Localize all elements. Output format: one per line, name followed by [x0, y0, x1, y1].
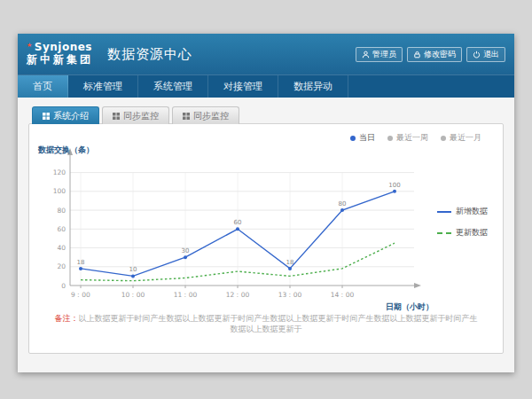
svg-text:18: 18: [286, 259, 294, 266]
admin-user-button[interactable]: 管理员: [356, 47, 403, 62]
svg-text:80: 80: [57, 207, 66, 215]
svg-text:100: 100: [53, 187, 66, 195]
legend-new-data: 新增数据: [437, 206, 496, 217]
grid-icon: [43, 113, 50, 120]
tab-system-intro[interactable]: 系统介绍: [32, 106, 99, 124]
nav-item-home[interactable]: 首页: [18, 75, 68, 98]
svg-text:日期（小时）: 日期（小时）: [386, 302, 434, 311]
nav-item-interface-mgmt[interactable]: 对接管理: [208, 75, 278, 98]
legend-dot-icon: [387, 136, 393, 141]
user-icon: [362, 51, 370, 59]
svg-text:60: 60: [234, 219, 242, 226]
svg-text:14：00: 14：00: [331, 291, 355, 299]
line-chart: 0204060801001209：0010：0011：0012：0013：001…: [36, 142, 435, 319]
svg-text:18: 18: [77, 259, 85, 266]
lock-icon: [413, 51, 421, 59]
solid-line-icon: [437, 211, 451, 213]
svg-text:13：00: 13：00: [278, 291, 302, 299]
grid-icon: [183, 113, 190, 120]
series-legend: 新增数据 更新数据: [437, 206, 496, 239]
nav-item-system-mgmt[interactable]: 系统管理: [138, 75, 208, 98]
period-last-month[interactable]: 最近一月: [441, 132, 481, 144]
power-icon: [473, 51, 481, 59]
svg-text:60: 60: [57, 225, 66, 233]
chart-panel: 当日 最近一周 最近一月 0204060801001209：0010：0011：…: [28, 123, 504, 354]
legend-update-data: 更新数据: [437, 227, 496, 239]
svg-text:120: 120: [53, 168, 66, 176]
logout-button[interactable]: 退出: [466, 47, 505, 62]
logo: ★Synjones 新中新集团: [27, 42, 93, 66]
svg-text:20: 20: [57, 262, 66, 270]
app-window: ★Synjones 新中新集团 数据资源中心 管理员 修改密码 退出 首页 标准…: [18, 34, 514, 372]
svg-text:11：00: 11：00: [174, 291, 198, 299]
header-actions: 管理员 修改密码 退出: [356, 47, 505, 62]
svg-text:100: 100: [388, 182, 400, 189]
logo-wordmark: ★Synjones: [27, 42, 93, 54]
logo-star-icon: ★: [27, 42, 33, 49]
svg-text:数据交换（条）: 数据交换（条）: [37, 145, 94, 154]
main-content: 系统介绍 同步监控 同步监控 当日 最近一周: [18, 98, 514, 354]
tab-sync-monitor-1[interactable]: 同步监控: [102, 106, 169, 124]
svg-text:9：00: 9：00: [71, 291, 90, 299]
grid-icon: [113, 113, 120, 120]
footnote-label: 备注：: [55, 314, 79, 323]
main-nav: 首页 标准管理 系统管理 对接管理 数据异动: [18, 74, 514, 98]
svg-text:40: 40: [57, 244, 66, 252]
app-header: ★Synjones 新中新集团 数据资源中心 管理员 修改密码 退出: [18, 34, 514, 74]
footnote-text: 以上数据更新于时间产生数据以上数据更新于时间产生数据以上数据更新于时间产生数据以…: [79, 314, 478, 334]
svg-text:30: 30: [182, 247, 190, 254]
svg-text:10：00: 10：00: [121, 291, 145, 299]
svg-text:0: 0: [61, 282, 66, 290]
legend-dot-icon: [350, 136, 356, 141]
nav-item-standard-mgmt[interactable]: 标准管理: [68, 75, 138, 98]
footnote: 备注：以上数据更新于时间产生数据以上数据更新于时间产生数据以上数据更新于时间产生…: [29, 313, 503, 335]
logo-company-name: 新中新集团: [27, 54, 93, 66]
tab-sync-monitor-2[interactable]: 同步监控: [172, 106, 239, 124]
svg-text:10: 10: [129, 266, 137, 273]
dashed-line-icon: [437, 232, 451, 234]
change-password-button[interactable]: 修改密码: [407, 47, 462, 62]
svg-text:12：00: 12：00: [226, 291, 250, 299]
tab-bar: 系统介绍 同步监控 同步监控: [28, 106, 504, 124]
svg-text:80: 80: [339, 200, 347, 207]
page-title: 数据资源中心: [107, 46, 192, 63]
legend-dot-icon: [441, 136, 446, 141]
nav-item-data-change[interactable]: 数据异动: [278, 75, 348, 98]
